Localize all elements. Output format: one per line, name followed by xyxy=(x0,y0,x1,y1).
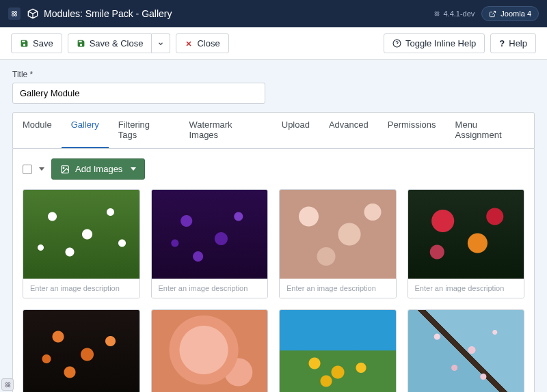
gallery-item[interactable] xyxy=(151,189,269,298)
cube-icon xyxy=(27,8,38,19)
svg-point-2 xyxy=(12,14,14,16)
gallery-thumbnail[interactable] xyxy=(152,190,268,279)
joomla-small-icon xyxy=(433,10,440,17)
add-images-button[interactable]: Add Images xyxy=(51,158,145,180)
gallery-toolbar: Add Images xyxy=(23,158,524,180)
chevron-down-icon xyxy=(157,40,164,47)
gallery-thumbnail[interactable] xyxy=(280,190,396,279)
image-description-input[interactable] xyxy=(280,279,396,298)
save-close-group: Save & Close xyxy=(68,33,171,53)
gallery-item[interactable] xyxy=(408,309,525,392)
svg-point-15 xyxy=(5,384,8,387)
chevron-down-icon xyxy=(131,167,136,171)
svg-point-6 xyxy=(436,14,438,16)
close-button[interactable]: Close xyxy=(176,33,228,53)
page-title-text: Modules: Smile Pack - Gallery xyxy=(44,8,172,19)
svg-point-0 xyxy=(12,12,14,14)
app-header: Modules: Smile Pack - Gallery 4.4.1-dev … xyxy=(0,0,547,27)
svg-point-7 xyxy=(438,14,440,16)
tab-watermark-images[interactable]: Watermark Images xyxy=(179,113,271,148)
save-button[interactable]: Save xyxy=(11,33,62,53)
gallery-thumbnail[interactable] xyxy=(408,310,524,392)
title-label: Title * xyxy=(12,70,535,79)
svg-point-13 xyxy=(5,382,8,384)
tab-upload[interactable]: Upload xyxy=(272,113,319,148)
svg-point-3 xyxy=(15,14,17,16)
gallery-item[interactable] xyxy=(279,189,397,298)
question-icon: ? xyxy=(499,38,505,48)
image-description-input[interactable] xyxy=(23,279,139,298)
gallery-item[interactable] xyxy=(151,309,269,392)
save-icon xyxy=(77,39,85,48)
page-title: Modules: Smile Pack - Gallery xyxy=(27,8,172,19)
gallery-thumbnail[interactable] xyxy=(280,310,396,392)
joomla-corner-badge[interactable] xyxy=(1,378,14,391)
tab-menu-assignment[interactable]: Menu Assignment xyxy=(446,113,534,148)
tab-gallery[interactable]: Gallery xyxy=(62,113,109,148)
tab-module[interactable]: Module xyxy=(13,113,62,148)
save-close-dropdown[interactable] xyxy=(152,33,170,53)
gallery-item[interactable] xyxy=(408,189,525,298)
tab-advanced[interactable]: Advanced xyxy=(319,113,378,148)
gallery-thumbnail[interactable] xyxy=(152,310,268,392)
gallery-thumbnail[interactable] xyxy=(408,190,524,279)
tab-permissions[interactable]: Permissions xyxy=(378,113,446,148)
gallery-tab-panel: Add Images xyxy=(12,149,535,392)
select-all-dropdown[interactable] xyxy=(39,167,44,171)
image-description-input[interactable] xyxy=(408,279,524,298)
gallery-item[interactable] xyxy=(23,189,140,298)
gallery-grid xyxy=(23,189,524,392)
image-description-input[interactable] xyxy=(152,279,268,298)
close-icon xyxy=(185,40,193,48)
title-input[interactable] xyxy=(12,83,265,104)
gallery-item[interactable] xyxy=(23,309,140,392)
tabs: ModuleGalleryFiltering TagsWatermark Ima… xyxy=(12,112,535,149)
action-toolbar: Save Save & Close Close Toggle Inline He… xyxy=(0,27,547,60)
save-icon xyxy=(20,39,29,48)
toggle-inline-help-button[interactable]: Toggle Inline Help xyxy=(384,33,485,53)
image-icon xyxy=(60,165,70,174)
save-close-button[interactable]: Save & Close xyxy=(68,33,152,53)
svg-point-16 xyxy=(8,384,10,387)
joomla-version-button[interactable]: Joomla 4 xyxy=(481,6,539,21)
external-link-icon xyxy=(489,10,496,18)
help-button[interactable]: ? Help xyxy=(490,33,536,53)
tab-filtering-tags[interactable]: Filtering Tags xyxy=(109,113,180,148)
svg-point-12 xyxy=(63,167,64,169)
gallery-thumbnail[interactable] xyxy=(23,310,139,392)
gallery-thumbnail[interactable] xyxy=(23,190,139,279)
question-circle-icon xyxy=(392,39,401,48)
joomla-logo-icon[interactable] xyxy=(8,8,21,20)
gallery-item[interactable] xyxy=(279,309,397,392)
svg-point-5 xyxy=(438,12,440,14)
svg-point-1 xyxy=(15,12,17,14)
version-label: 4.4.1-dev xyxy=(433,10,475,18)
svg-point-4 xyxy=(436,12,438,14)
content-area: Title * ModuleGalleryFiltering TagsWater… xyxy=(0,60,547,392)
select-all-checkbox[interactable] xyxy=(23,165,32,174)
svg-point-14 xyxy=(8,382,10,384)
